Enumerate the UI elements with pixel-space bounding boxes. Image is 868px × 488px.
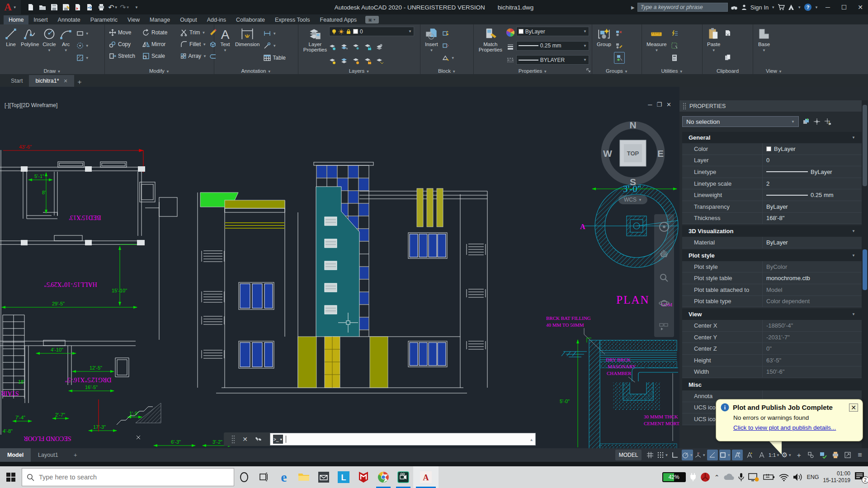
viewcube[interactable]: N S W E TOP: [600, 118, 666, 186]
viewport-minimize-icon[interactable]: ─: [648, 101, 652, 108]
panel-label-clipboard[interactable]: Clipboard: [703, 68, 753, 74]
command-line-grip[interactable]: ✕: [224, 432, 270, 446]
mirror-button[interactable]: Mirror: [141, 38, 179, 50]
arc-dropdown-icon[interactable]: ▼: [64, 48, 68, 52]
prop-row-width[interactable]: Width150'-6": [682, 366, 862, 378]
layer-freeze-sun-icon[interactable]: [339, 29, 344, 34]
snap-toggle[interactable]: ▼: [657, 450, 668, 460]
section-misc[interactable]: Misc: [682, 379, 862, 390]
viewport-restore-icon[interactable]: ❐: [656, 101, 662, 108]
tab-view[interactable]: View: [123, 15, 145, 24]
drawing-canvas[interactable]: .w { stroke:#dde1e4; fill:none; stroke-w…: [0, 87, 679, 448]
prop-row-plot-style[interactable]: Plot styleByColor: [682, 261, 862, 273]
object-color-dropdown[interactable]: ByLayer▼: [516, 27, 589, 36]
clean-screen-button[interactable]: [842, 450, 853, 460]
battery-percentage-indicator[interactable]: 42%: [662, 472, 686, 482]
dimension-button[interactable]: Dimension: [233, 27, 261, 48]
minimize-button[interactable]: ─: [821, 0, 835, 14]
layer-match-button[interactable]: [329, 57, 336, 65]
sign-in-dropdown-icon[interactable]: ▼: [771, 5, 775, 9]
ribbon-display-toggle-icon[interactable]: ▣▼: [365, 16, 379, 23]
new-layout-icon[interactable]: ＋: [66, 448, 86, 462]
copy-clip-button[interactable]: [723, 52, 733, 64]
qat-customize-button[interactable]: ▼: [131, 1, 142, 13]
tab-express-tools[interactable]: Express Tools: [270, 15, 315, 24]
circle-button[interactable]: Circle▼: [41, 27, 57, 53]
command-prompt-icon[interactable]: >_▼: [273, 435, 283, 444]
showmotion-icon[interactable]: [659, 323, 669, 330]
panel-label-layers[interactable]: Layers ▼: [298, 68, 420, 74]
section-general[interactable]: General▼: [682, 132, 862, 143]
calculator-button[interactable]: [670, 52, 679, 64]
panel-label-groups[interactable]: Groups ▼: [592, 68, 642, 74]
layer-isolate-button[interactable]: [341, 43, 348, 51]
ellipse-tool-button[interactable]: ▼: [75, 40, 90, 52]
file-explorer-icon[interactable]: [294, 466, 314, 488]
match-properties-button[interactable]: Match Properties: [476, 27, 505, 53]
prop-row-color[interactable]: ColorByLayer: [682, 143, 862, 155]
layer-dropdown-icon[interactable]: ▼: [408, 29, 412, 33]
task-view-button[interactable]: [254, 466, 274, 488]
autodesk-logo-icon[interactable]: [788, 4, 795, 11]
prop-row-plot-table-attached[interactable]: Plot table attached toModel: [682, 284, 862, 296]
layer-dropdown[interactable]: 0 ▼: [329, 27, 414, 36]
prop-row-linetype-scale[interactable]: Linetype scale2: [682, 178, 862, 190]
tab-insert[interactable]: Insert: [28, 15, 52, 24]
cortana-button[interactable]: [234, 466, 254, 488]
layer-unlock-button[interactable]: [364, 57, 372, 65]
navwheel-icon[interactable]: [658, 221, 670, 233]
layer-prev-button[interactable]: [341, 57, 348, 65]
tab-manage[interactable]: Manage: [145, 15, 175, 24]
autodesk-dropdown-icon[interactable]: ▼: [797, 5, 801, 9]
help-dropdown-icon[interactable]: ▼: [815, 5, 818, 9]
search-input[interactable]: [39, 474, 211, 481]
insert-button[interactable]: Insert▼: [423, 27, 440, 53]
doc-close-icon[interactable]: ✕: [64, 78, 68, 84]
polar-tracking-toggle[interactable]: ▼: [682, 450, 693, 460]
wifi-icon[interactable]: [779, 474, 789, 481]
line-button[interactable]: Line: [3, 27, 19, 48]
prop-row-material[interactable]: MaterialByLayer: [682, 237, 862, 249]
close-button[interactable]: ✕: [854, 0, 867, 14]
viewcube-south[interactable]: S: [630, 177, 636, 186]
edit-block-button[interactable]: [441, 28, 456, 39]
zoom-icon[interactable]: [658, 272, 670, 284]
infocenter-arrow-icon[interactable]: ▶: [631, 5, 635, 10]
scale-button[interactable]: Scale: [141, 50, 179, 62]
prop-row-plot-table-type[interactable]: Plot table typeColor dependent: [682, 296, 862, 308]
keyword-search-input[interactable]: [637, 3, 728, 12]
new-drawing-tab-icon[interactable]: ＋: [74, 77, 85, 87]
command-recent-icon[interactable]: ▴: [530, 437, 533, 442]
prop-row-transparency[interactable]: TransparencyByLayer: [682, 201, 862, 213]
plot-button[interactable]: [72, 1, 83, 13]
command-close-icon[interactable]: ✕: [242, 436, 248, 443]
prop-row-layer[interactable]: Layer0: [682, 155, 862, 167]
annotation-monitor-button[interactable]: ＋: [793, 450, 804, 460]
tab-model[interactable]: Model: [0, 448, 31, 462]
prop-row-center-y[interactable]: Center Y-2031'-7": [682, 332, 862, 343]
section-plot-style[interactable]: Plot style▼: [682, 250, 862, 261]
command-input[interactable]: >_▼ ▴: [270, 433, 536, 446]
ungroup-button[interactable]: [614, 28, 625, 39]
tab-add-ins[interactable]: Add-ins: [202, 15, 231, 24]
palette-scrollbar[interactable]: [862, 100, 868, 448]
layer-lock-button[interactable]: [364, 43, 372, 51]
grid-toggle[interactable]: [645, 450, 656, 460]
viewcube-north[interactable]: N: [629, 120, 636, 130]
layer-freeze-button[interactable]: [353, 43, 360, 51]
annotation-visibility-toggle[interactable]: [732, 450, 743, 460]
linetype-icon[interactable]: [507, 56, 514, 64]
leader-button[interactable]: ▼: [262, 40, 287, 52]
mail-icon[interactable]: [314, 466, 334, 488]
taskbar-search-box[interactable]: [22, 468, 234, 486]
mcafee-icon[interactable]: [354, 466, 373, 488]
linear-dim-button[interactable]: ▼: [262, 28, 287, 39]
toggle-pickadd-icon[interactable]: [802, 118, 810, 125]
autoscale-toggle[interactable]: [744, 450, 755, 460]
base-button[interactable]: Base▼: [756, 27, 772, 53]
isolate-objects-button[interactable]: [806, 450, 816, 460]
screen-recorder-icon[interactable]: [393, 466, 413, 488]
properties-dialog-launcher-icon[interactable]: [586, 68, 590, 72]
prop-row-linetype[interactable]: LinetypeByLayer: [682, 166, 862, 178]
panel-label-block[interactable]: Block ▼: [420, 68, 473, 74]
